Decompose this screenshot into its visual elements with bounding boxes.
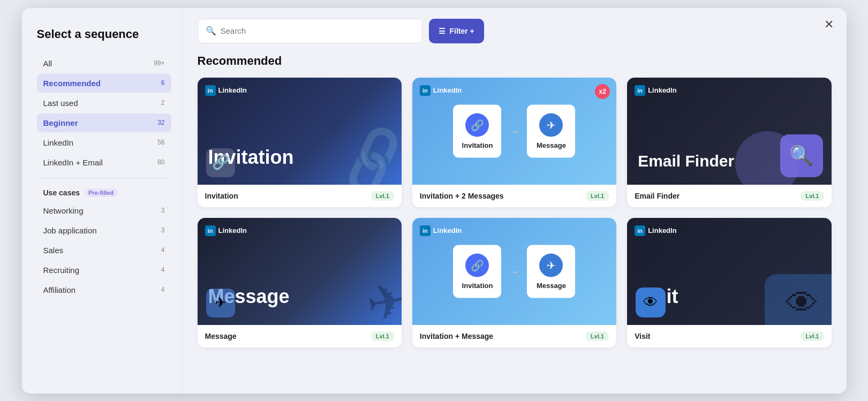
sidebar-item-label: LinkedIn + Email — [43, 158, 103, 167]
li-icon: in — [420, 225, 431, 236]
sidebar-item-label: Recruiting — [43, 266, 80, 275]
card-footer: Invitation + Message Lvl.1 — [412, 325, 616, 347]
sidebar-item-job-application[interactable]: Job application 3 — [37, 221, 171, 240]
sidebar-item-networking[interactable]: Networking 3 — [37, 201, 171, 220]
card-invitation[interactable]: in LinkedIn Invitation 🔗 🔗 Invitation Lv… — [198, 78, 402, 207]
card-image-inv-msg: in LinkedIn 🔗 Invitation → ✈ Message — [412, 218, 616, 325]
sidebar-item-label: Recommended — [43, 79, 101, 88]
lvl-badge: Lvl.1 — [801, 331, 824, 341]
step-icon-message: ✈ — [539, 113, 563, 137]
li-icon: in — [205, 225, 216, 236]
sidebar-item-linkedin-email[interactable]: LinkedIn + Email 80 — [37, 153, 171, 172]
sidebar-item-badge: 3 — [161, 226, 165, 234]
sidebar-item-label: All — [43, 59, 52, 68]
sidebar-item-label: Affiliation — [43, 285, 76, 294]
step-card-invitation: 🔗 Invitation — [453, 104, 501, 157]
linkedin-label: in LinkedIn — [205, 85, 247, 96]
step-icon-message: ✈ — [539, 253, 563, 277]
multi-step-content: 🔗 Invitation → ✈ Message — [453, 245, 575, 298]
sidebar-item-label: Last used — [43, 99, 78, 108]
li-icon: in — [635, 85, 645, 96]
li-icon: in — [635, 225, 645, 236]
sidebar-item-badge: 4 — [161, 266, 165, 274]
card-image-message: in LinkedIn Message ✈ ✈ — [198, 218, 402, 325]
step-card-invitation: 🔗 Invitation — [453, 245, 501, 298]
li-icon: in — [420, 85, 431, 96]
sidebar-divider — [37, 178, 171, 179]
sidebar-title: Select a sequence — [37, 27, 171, 41]
lvl-badge: Lvl.1 — [371, 331, 394, 341]
step-icon-invitation: 🔗 — [465, 253, 489, 277]
card-invitation-2-messages[interactable]: in LinkedIn x2 🔗 Invitation → ✈ — [412, 78, 616, 207]
filter-icon: ☰ — [439, 27, 446, 35]
card-title: Invitation + Message — [420, 332, 493, 341]
sidebar-item-sales[interactable]: Sales 4 — [37, 241, 171, 260]
lvl-badge: Lvl.1 — [371, 191, 394, 201]
card-title: Visit — [635, 332, 650, 341]
step-icon-invitation: 🔗 — [465, 113, 489, 137]
sidebar-item-linkedin[interactable]: LinkedIn 56 — [37, 133, 171, 152]
sidebar-item-label: Job application — [43, 226, 97, 235]
sidebar-item-badge: 56 — [157, 139, 164, 146]
sidebar-item-badge: 4 — [161, 286, 165, 293]
step-card-message: ✈ Message — [527, 245, 575, 298]
card-invitation-message[interactable]: in LinkedIn 🔗 Invitation → ✈ Message — [412, 218, 616, 347]
message-icon-large: ✈ — [362, 271, 402, 325]
arrow-connector: → — [509, 265, 519, 277]
pre-filled-badge: Pre-filled — [84, 188, 118, 197]
sidebar-item-label: LinkedIn — [43, 138, 74, 147]
card-visit[interactable]: in LinkedIn Visit 👁 👁 Visit Lvl.1 — [627, 218, 831, 347]
lvl-badge: Lvl.1 — [801, 191, 824, 201]
sidebar-item-badge: 6 — [161, 79, 165, 87]
eye-icon: 👁 — [636, 287, 666, 317]
li-icon: in — [205, 85, 216, 96]
search-input[interactable] — [221, 26, 414, 35]
lvl-badge: Lvl.1 — [586, 191, 609, 201]
sidebar-item-affiliation[interactable]: Affiliation 4 — [37, 281, 171, 299]
chain-icon: 🔗 — [206, 148, 235, 177]
eye-icon-large: 👁 — [765, 274, 832, 325]
sidebar-item-beginner[interactable]: Beginner 32 — [37, 114, 171, 132]
step-card-message: ✈ Message — [527, 104, 575, 157]
close-button[interactable]: ✕ — [824, 18, 834, 32]
step-label-invitation: Invitation — [462, 281, 493, 289]
card-image-email-finder: in LinkedIn Email Finder 🔍 — [627, 78, 831, 185]
message-icon: ✈ — [206, 289, 235, 317]
card-footer: Invitation Lvl.1 — [198, 185, 402, 207]
filter-button[interactable]: ☰ Filter + — [429, 19, 484, 43]
card-message[interactable]: in LinkedIn Message ✈ ✈ Message Lvl.1 — [198, 218, 402, 347]
select-sequence-modal: ✕ Select a sequence All 99+ Recommended … — [22, 8, 847, 394]
sidebar-item-badge: 80 — [157, 158, 164, 166]
search-icon: 🔍 — [206, 26, 216, 36]
card-title: Message — [205, 332, 237, 341]
filter-label: Filter + — [450, 27, 474, 35]
linkedin-label: in LinkedIn — [205, 225, 247, 236]
chain-icon-large: 🔗 — [331, 120, 401, 185]
sidebar: Select a sequence All 99+ Recommended 6 … — [22, 8, 183, 394]
sidebar-item-badge: 2 — [161, 99, 165, 107]
search-box[interactable]: 🔍 — [198, 19, 422, 43]
sidebar-item-badge: 32 — [157, 119, 164, 126]
linkedin-label: in LinkedIn — [420, 225, 462, 236]
step-label-message: Message — [537, 141, 566, 149]
sidebar-item-label: Sales — [43, 246, 64, 255]
arrow-connector: → — [509, 125, 519, 137]
main-header: 🔍 ☰ Filter + — [183, 8, 847, 50]
card-footer: Invitation + 2 Messages Lvl.1 — [412, 185, 616, 207]
sidebar-item-all[interactable]: All 99+ — [37, 54, 171, 73]
sidebar-item-badge: 3 — [161, 207, 165, 214]
linkedin-label: in LinkedIn — [635, 85, 676, 96]
email-finder-text: Email Finder — [638, 152, 734, 170]
card-image-visit: in LinkedIn Visit 👁 👁 — [627, 218, 831, 325]
sidebar-item-last-used[interactable]: Last used 2 — [37, 94, 171, 112]
sidebar-item-recruiting[interactable]: Recruiting 4 — [37, 261, 171, 279]
sidebar-item-label: Networking — [43, 206, 84, 215]
lvl-badge: Lvl.1 — [586, 331, 609, 341]
card-title: Invitation + 2 Messages — [420, 192, 504, 200]
card-email-finder[interactable]: in LinkedIn Email Finder 🔍 Email Finder … — [627, 78, 831, 207]
card-image-inv2msg: in LinkedIn x2 🔗 Invitation → ✈ — [412, 78, 616, 185]
card-image-invitation: in LinkedIn Invitation 🔗 🔗 — [198, 78, 402, 185]
sidebar-item-recommended[interactable]: Recommended 6 — [37, 74, 171, 93]
x2-badge: x2 — [595, 84, 610, 99]
cards-grid: in LinkedIn Invitation 🔗 🔗 Invitation Lv… — [198, 78, 832, 347]
